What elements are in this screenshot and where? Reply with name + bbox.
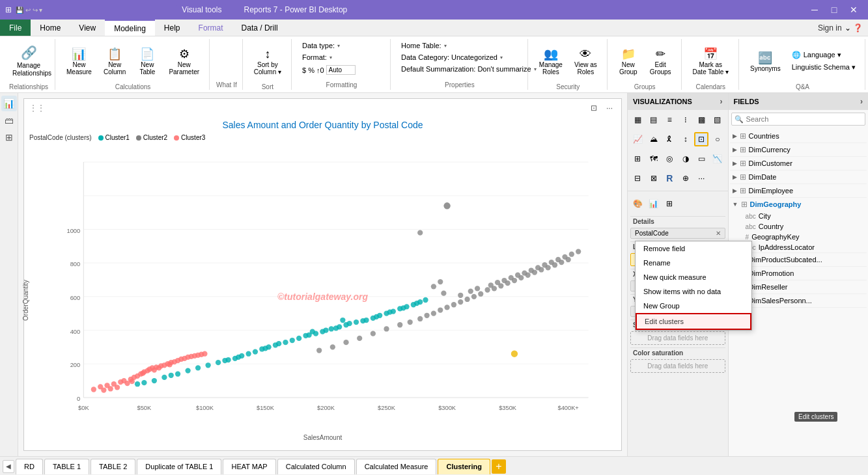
edit-groups-btn[interactable]: ✏ EditGroups bbox=[645, 40, 676, 82]
viz-100-bar[interactable]: ▩ bbox=[694, 113, 708, 127]
tab-format[interactable]: Format bbox=[189, 20, 232, 36]
context-menu-edit-clusters[interactable]: Edit clusters bbox=[636, 313, 729, 330]
close-btn[interactable]: ✕ bbox=[845, 3, 863, 16]
tab-calculated-measure[interactable]: Calculated Measure bbox=[356, 459, 437, 474]
data-category-btn[interactable]: Data Category: Uncategorized ▾ bbox=[397, 52, 507, 62]
format-input[interactable] bbox=[326, 65, 356, 75]
data-type-btn[interactable]: Data type: ▾ bbox=[298, 40, 344, 51]
viz-scatter[interactable]: ⊡ bbox=[694, 132, 708, 146]
viz-format[interactable]: 🎨 bbox=[630, 197, 645, 211]
sort-by-column-btn[interactable]: ↕ Sort byColumn ▾ bbox=[249, 40, 286, 82]
thousands-btn[interactable]: ↑0 bbox=[316, 66, 324, 74]
model-view-icon[interactable]: ⊞ bbox=[1, 129, 17, 145]
tab-heat-map[interactable]: HEAT MAP bbox=[223, 459, 275, 474]
new-group-btn[interactable]: 📁 NewGroup bbox=[614, 40, 643, 82]
countries-table-icon: ⊞ bbox=[740, 131, 746, 141]
viz-stacked-bar[interactable]: ▦ bbox=[630, 113, 645, 127]
field-group-dimgeography-header[interactable]: ▼ ⊞ DimGeography bbox=[730, 198, 867, 211]
new-column-btn[interactable]: 📋 NewColumn bbox=[99, 40, 130, 82]
context-menu-rename[interactable]: Rename bbox=[636, 256, 729, 270]
language-btn[interactable]: 🌐 Language ▾ bbox=[788, 49, 860, 61]
field-group-dimcurrency-header[interactable]: ▶ ⊞ DimCurrency bbox=[730, 143, 867, 156]
tab-rd[interactable]: RD bbox=[16, 459, 43, 474]
field-child-country[interactable]: abc Country bbox=[743, 221, 867, 232]
field-group-dimcustomer-header[interactable]: ▶ ⊞ DimCustomer bbox=[730, 157, 867, 170]
field-group-countries-header[interactable]: ▶ ⊞ Countries bbox=[730, 129, 867, 142]
synonyms-btn[interactable]: 🔤 Synonyms bbox=[746, 40, 785, 82]
viz-clustered-col[interactable]: ⫶ bbox=[679, 113, 693, 127]
svg-point-147 bbox=[417, 230, 423, 235]
linguistic-schema-btn[interactable]: Linguistic Schema ▾ bbox=[788, 62, 860, 73]
color-saturation-drag-area[interactable]: Drag data fields here bbox=[630, 359, 725, 373]
percent-btn[interactable]: % bbox=[308, 66, 315, 74]
tab-calculated-column[interactable]: Calculated Column bbox=[277, 459, 355, 474]
tab-data-drill[interactable]: Data / Drill bbox=[232, 20, 287, 36]
viz-r-visual[interactable]: R bbox=[662, 171, 677, 185]
viz-panel-expand[interactable]: › bbox=[720, 97, 723, 106]
viz-kpi[interactable]: 📉 bbox=[710, 152, 725, 166]
minimize-btn[interactable]: ─ bbox=[805, 3, 824, 16]
new-parameter-btn[interactable]: ⚙ NewParameter bbox=[164, 40, 204, 82]
context-menu-new-quick-measure[interactable]: New quick measure bbox=[636, 270, 729, 284]
context-menu-new-group[interactable]: New Group bbox=[636, 299, 729, 313]
fields-search-input[interactable] bbox=[731, 113, 865, 126]
focus-mode-btn[interactable]: ⊡ bbox=[587, 102, 600, 115]
fields-panel-expand[interactable]: › bbox=[860, 97, 863, 106]
viz-100-col[interactable]: ▧ bbox=[710, 113, 725, 127]
tab-file[interactable]: File bbox=[0, 20, 31, 36]
viz-stacked-col[interactable]: ▤ bbox=[647, 113, 661, 127]
field-child-geographykey[interactable]: # GeographyKey bbox=[743, 232, 867, 242]
details-field-item[interactable]: PostalCode ✕ bbox=[630, 228, 725, 239]
field-group-dimdate-header[interactable]: ▶ ⊞ DimDate bbox=[730, 170, 867, 183]
manage-roles-btn[interactable]: 👥 ManageRoles bbox=[535, 40, 567, 82]
data-view-icon[interactable]: 🗃 bbox=[1, 113, 17, 128]
viz-area[interactable]: ⛰ bbox=[647, 132, 661, 146]
context-menu-remove-field[interactable]: Remove field bbox=[636, 241, 729, 256]
tab-table1[interactable]: TABLE 1 bbox=[44, 459, 89, 474]
viz-line[interactable]: 📈 bbox=[630, 132, 645, 146]
field-child-ipaddresslocator[interactable]: abc IpAddressLocator bbox=[743, 242, 867, 252]
viz-treemap[interactable]: ⊞ bbox=[630, 152, 645, 166]
view-as-roles-btn[interactable]: 👁 View asRoles bbox=[570, 40, 602, 82]
viz-card[interactable]: ▭ bbox=[694, 152, 708, 166]
sign-in[interactable]: Sign in bbox=[818, 23, 842, 33]
viz-clustered-bar[interactable]: ≡ bbox=[662, 113, 677, 127]
field-child-city[interactable]: abc City bbox=[743, 211, 867, 221]
report-view-icon[interactable]: 📊 bbox=[1, 96, 17, 111]
maximize-btn[interactable]: □ bbox=[825, 3, 843, 16]
new-measure-btn[interactable]: 📊 NewMeasure bbox=[62, 40, 96, 82]
more-options-btn[interactable]: ··· bbox=[603, 102, 616, 115]
viz-fields-tab[interactable]: ⊞ bbox=[662, 197, 677, 211]
context-menu-show-items[interactable]: Show items with no data bbox=[636, 284, 729, 299]
viz-analytics[interactable]: 📊 bbox=[647, 197, 661, 211]
tab-scroll-left[interactable]: ◀ bbox=[3, 460, 14, 473]
details-field-remove[interactable]: ✕ bbox=[716, 230, 721, 237]
viz-pie[interactable]: ○ bbox=[710, 132, 725, 146]
tab-view[interactable]: View bbox=[70, 20, 105, 36]
tab-help[interactable]: Help bbox=[155, 20, 189, 36]
tab-clustering[interactable]: Clustering bbox=[438, 459, 490, 474]
new-table-btn[interactable]: 📄 NewTable bbox=[133, 40, 161, 82]
field-group-dimemployee-header[interactable]: ▶ ⊞ DimEmployee bbox=[730, 184, 867, 197]
add-tab-btn[interactable]: + bbox=[492, 459, 506, 474]
tab-home[interactable]: Home bbox=[31, 20, 70, 36]
viz-table[interactable]: ⊟ bbox=[630, 171, 645, 185]
manage-relationships-btn[interactable]: 🔗 ManageRelationships bbox=[8, 40, 49, 82]
viz-donut[interactable]: ◎ bbox=[662, 152, 677, 166]
mark-as-date-table-btn[interactable]: 📅 Mark asDate Table ▾ bbox=[688, 40, 733, 82]
viz-ribbon[interactable]: 🎗 bbox=[662, 132, 677, 146]
viz-matrix[interactable]: ⊠ bbox=[647, 171, 661, 185]
size-drag-area[interactable]: Drag data fields here bbox=[630, 331, 725, 345]
viz-gauge[interactable]: ◑ bbox=[679, 152, 693, 166]
default-summarization-btn[interactable]: Default Summarization: Don't summarize ▾ bbox=[397, 64, 540, 74]
tab-modeling[interactable]: Modeling bbox=[105, 20, 155, 36]
tab-duplicate-table1[interactable]: Duplicate of TABLE 1 bbox=[137, 459, 221, 474]
viz-map[interactable]: 🗺 bbox=[647, 152, 661, 166]
viz-more[interactable]: ··· bbox=[694, 171, 708, 185]
tab-table2[interactable]: TABLE 2 bbox=[91, 459, 135, 474]
home-table-btn[interactable]: Home Table: ▾ bbox=[397, 40, 451, 51]
viz-custom[interactable]: ⊕ bbox=[679, 171, 693, 185]
currency-btn[interactable]: $ bbox=[302, 66, 306, 74]
format-btn[interactable]: Format: ▾ bbox=[298, 52, 336, 62]
viz-waterfall[interactable]: ↕ bbox=[679, 132, 693, 146]
